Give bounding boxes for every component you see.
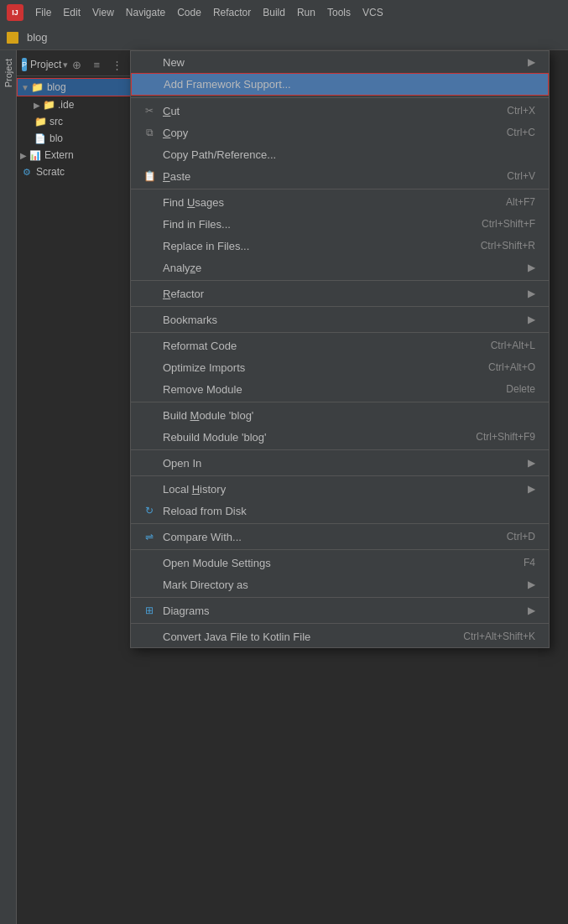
- side-tab: Project: [0, 50, 17, 924]
- menu-item-refactor[interactable]: Refactor ▶: [131, 283, 549, 304]
- menu-item-diagrams[interactable]: ⊞ Diagrams ▶: [131, 600, 549, 621]
- title-bar: IJ File Edit View Navigate Code Refactor…: [0, 0, 568, 25]
- collapse-all-icon[interactable]: ≡: [88, 56, 105, 73]
- menu-item-reload[interactable]: ↻ Reload from Disk: [131, 500, 549, 522]
- menu-label-refactor: Refactor: [163, 288, 521, 300]
- app-logo: IJ: [7, 4, 23, 21]
- tree-item-blogfile[interactable]: 📄 blo: [17, 130, 134, 147]
- menu-code[interactable]: Code: [172, 5, 206, 20]
- window-title-bar: blog: [0, 25, 568, 50]
- cut-icon: ✂: [141, 105, 158, 117]
- project-icon: P: [22, 58, 27, 71]
- menu-refactor[interactable]: Refactor: [208, 5, 256, 20]
- menu-label-copy-path: Copy Path/Reference...: [163, 148, 535, 161]
- locate-icon[interactable]: ⊕: [68, 56, 85, 73]
- menu-item-analyze[interactable]: Analyze ▶: [131, 257, 549, 278]
- menu-item-find-files[interactable]: Find in Files... Ctrl+Shift+F: [131, 213, 549, 235]
- tree-label-extern: Extern: [44, 149, 74, 161]
- refactor-arrow-icon: ▶: [528, 288, 535, 299]
- optimize-shortcut: Ctrl+Alt+O: [488, 361, 535, 373]
- tree-item-idea[interactable]: ▶ 📁 .ide: [17, 96, 134, 113]
- menu-item-remove-module[interactable]: Remove Module Delete: [131, 378, 549, 400]
- menu-label-diagrams: Diagrams: [163, 605, 521, 617]
- menu-item-find-usages[interactable]: Find Usages Alt+F7: [131, 191, 549, 213]
- menu-label-convert-java: Convert Java File to Kotlin File: [163, 631, 463, 643]
- menu-item-add-framework[interactable]: Add Framework Support...: [131, 73, 549, 96]
- separator-3: [131, 280, 549, 281]
- project-side-label[interactable]: Project: [3, 59, 13, 87]
- menu-label-cut: Cut: [163, 105, 507, 117]
- tree-item-blog[interactable]: ▼ 📁 blog: [17, 78, 134, 96]
- main-layout: Project P Project ▾ ⊕ ≡ ⋮ ⚙ — ▼ 📁 blog: [0, 50, 568, 924]
- copy-shortcut: Ctrl+C: [507, 127, 535, 138]
- tree-label-blogfile: blo: [50, 132, 63, 144]
- window-title-text: blog: [27, 31, 48, 44]
- menu-label-replace-files: Replace in Files...: [163, 240, 481, 252]
- convert-java-shortcut: Ctrl+Alt+Shift+K: [463, 631, 535, 642]
- separator-4: [131, 306, 549, 307]
- menu-label-local-history: Local History: [163, 483, 521, 496]
- menu-item-mark-directory[interactable]: Mark Directory as ▶: [131, 574, 549, 595]
- menu-view[interactable]: View: [87, 5, 119, 20]
- mark-directory-arrow-icon: ▶: [528, 579, 535, 590]
- menu-item-reformat[interactable]: Reformat Code Ctrl+Alt+L: [131, 335, 549, 356]
- copy-icon: ⧉: [141, 127, 158, 138]
- menu-run[interactable]: Run: [292, 5, 320, 20]
- menu-item-replace-files[interactable]: Replace in Files... Ctrl+Shift+R: [131, 235, 549, 257]
- tree-item-src[interactable]: 📁 src: [17, 113, 134, 130]
- expand-arrow-blog: ▼: [21, 83, 29, 92]
- menu-item-bookmarks[interactable]: Bookmarks ▶: [131, 309, 549, 330]
- tree-item-extern[interactable]: ▶ 📊 Extern: [17, 147, 134, 164]
- paste-icon: 📋: [141, 170, 158, 182]
- bookmarks-arrow-icon: ▶: [528, 314, 535, 325]
- menu-tools[interactable]: Tools: [322, 5, 356, 20]
- project-toolbar: P Project ▾ ⊕ ≡ ⋮ ⚙ —: [17, 54, 134, 76]
- file-icon-blog: 📄: [34, 132, 47, 145]
- analyze-arrow-icon: ▶: [528, 262, 535, 273]
- menu-item-optimize[interactable]: Optimize Imports Ctrl+Alt+O: [131, 356, 549, 378]
- menu-label-reformat: Reformat Code: [163, 340, 491, 352]
- menu-item-convert-java[interactable]: Convert Java File to Kotlin File Ctrl+Al…: [131, 626, 549, 647]
- expand-all-icon[interactable]: ⋮: [108, 56, 125, 73]
- menu-label-analyze: Analyze: [163, 262, 521, 274]
- menu-navigate[interactable]: Navigate: [121, 5, 170, 20]
- menu-label-optimize: Optimize Imports: [163, 361, 488, 374]
- expand-arrow-idea: ▶: [34, 101, 40, 110]
- separator-12: [131, 623, 549, 624]
- menu-item-paste[interactable]: 📋 Paste Ctrl+V: [131, 165, 549, 187]
- diagrams-arrow-icon: ▶: [528, 605, 535, 616]
- rebuild-module-shortcut: Ctrl+Shift+F9: [476, 431, 535, 443]
- menu-build[interactable]: Build: [258, 5, 290, 20]
- diagrams-icon: ⊞: [141, 605, 158, 616]
- separator-7: [131, 449, 549, 450]
- menu-item-cut[interactable]: ✂ Cut Ctrl+X: [131, 100, 549, 122]
- menu-item-module-settings[interactable]: Open Module Settings F4: [131, 552, 549, 574]
- menu-item-copy-path[interactable]: Copy Path/Reference...: [131, 143, 549, 165]
- separator-5: [131, 332, 549, 333]
- menu-vcs[interactable]: VCS: [357, 5, 388, 20]
- menu-edit[interactable]: Edit: [58, 5, 86, 20]
- tree-item-scratch[interactable]: ⚙ Scratc: [17, 164, 134, 180]
- tree-label-scratch: Scratc: [36, 166, 65, 178]
- separator-1: [131, 97, 549, 98]
- separator-2: [131, 189, 549, 189]
- menu-label-find-usages: Find Usages: [163, 196, 506, 209]
- menu-label-build-module: Build Module 'blog': [163, 409, 535, 422]
- file-tree: P Project ▾ ⊕ ≡ ⋮ ⚙ — ▼ 📁 blog ▶ 📁: [17, 50, 134, 924]
- menu-item-local-history[interactable]: Local History ▶: [131, 478, 549, 500]
- menu-item-open-in[interactable]: Open In ▶: [131, 452, 549, 474]
- separator-6: [131, 402, 549, 402]
- menu-label-remove-module: Remove Module: [163, 383, 506, 396]
- menu-file[interactable]: File: [30, 5, 56, 20]
- menu-item-rebuild-module[interactable]: Rebuild Module 'blog' Ctrl+Shift+F9: [131, 426, 549, 448]
- tree-label-src: src: [50, 116, 63, 127]
- menu-item-compare[interactable]: ⇌ Compare With... Ctrl+D: [131, 526, 549, 548]
- project-title-label: Project: [30, 59, 61, 70]
- folder-icon: [7, 32, 18, 44]
- menu-item-build-module[interactable]: Build Module 'blog': [131, 404, 549, 426]
- menu-item-copy[interactable]: ⧉ Copy Ctrl+C: [131, 122, 549, 143]
- compare-icon: ⇌: [141, 531, 158, 542]
- menu-label-find-files: Find in Files...: [163, 218, 482, 231]
- menu-item-new[interactable]: New ▶: [131, 51, 549, 73]
- remove-module-shortcut: Delete: [506, 383, 535, 395]
